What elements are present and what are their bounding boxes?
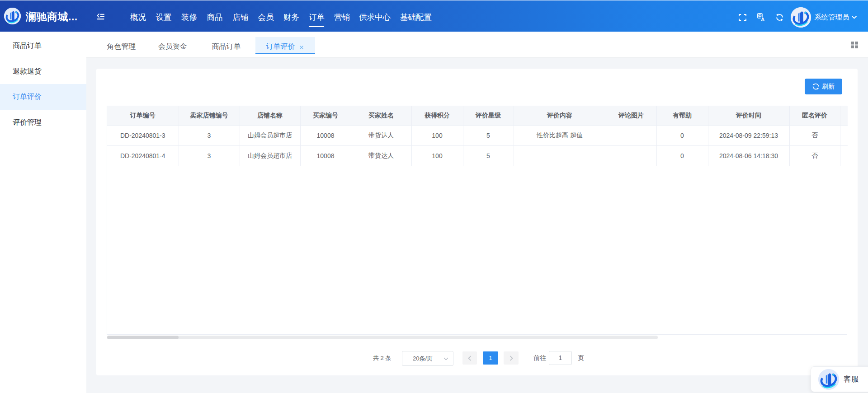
svg-text:A: A <box>761 17 764 21</box>
